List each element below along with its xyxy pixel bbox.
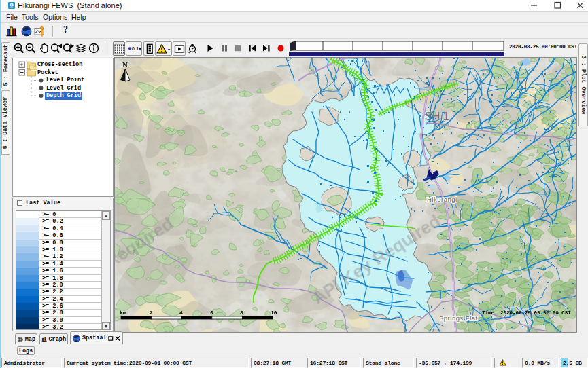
svg-text:4: 4 [179,310,183,316]
svg-text:Springs Flat: Springs Flat [439,314,478,322]
svg-text:8: 8 [240,310,243,316]
svg-text:Time: 2020-08-25 00:00:00 CST: Time: 2020-08-25 00:00:00 CST [482,310,571,316]
svg-text:N: N [122,60,128,69]
svg-text:Hikurangi: Hikurangi [427,196,457,203]
svg-text:SH 1: SH 1 [425,111,449,122]
svg-text:6: 6 [210,310,213,316]
svg-text:km: km [120,310,126,316]
svg-text:10: 10 [271,310,277,316]
svg-text:2: 2 [150,310,153,316]
